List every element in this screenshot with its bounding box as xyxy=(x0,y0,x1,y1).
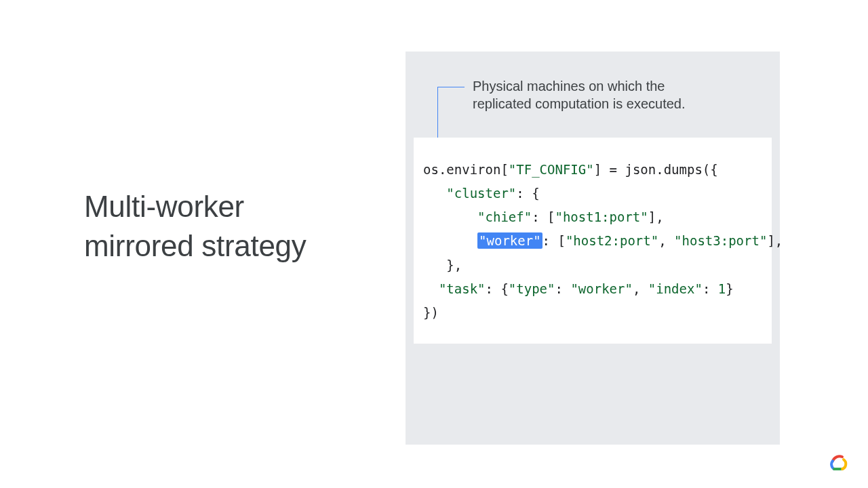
code-string: "TF_CONFIG" xyxy=(509,162,594,177)
code-string: "host3:port" xyxy=(674,233,767,248)
code-text: : xyxy=(555,281,571,296)
slide-title: Multi-worker mirrored strategy xyxy=(84,187,306,266)
code-text: os.environ[ xyxy=(423,162,509,177)
code-text: : [ xyxy=(532,209,555,224)
code-string: "index" xyxy=(648,281,703,296)
code-text: }) xyxy=(423,305,439,320)
code-string: "chief" xyxy=(477,209,532,224)
code-text: : [ xyxy=(542,233,566,248)
title-line-1: Multi-worker xyxy=(84,187,306,226)
code-string: "cluster" xyxy=(446,186,516,201)
code-text: }, xyxy=(423,258,462,272)
code-string: "worker" xyxy=(570,281,633,296)
code-string: "host1:port" xyxy=(555,209,648,224)
code-text: ] = json.dumps({ xyxy=(594,162,718,177)
code-text xyxy=(423,281,439,296)
code-text: } xyxy=(726,281,733,296)
code-text: ], xyxy=(648,209,664,224)
annotation-text: Physical machines on which the replicate… xyxy=(473,77,717,113)
code-text xyxy=(423,233,477,248)
code-text xyxy=(423,186,446,201)
code-text: : { xyxy=(516,186,539,201)
code-highlight-worker: "worker" xyxy=(477,232,542,249)
code-string: "task" xyxy=(439,281,486,296)
title-line-2: mirrored strategy xyxy=(84,226,306,266)
code-string: "host2:port" xyxy=(566,233,658,248)
code-text: , xyxy=(633,281,648,296)
code-text: : xyxy=(703,281,718,296)
code-block: os.environ["TF_CONFIG"] = json.dumps({ "… xyxy=(414,138,772,344)
code-text: , xyxy=(658,233,674,248)
code-text: ], xyxy=(767,233,783,248)
code-number: 1 xyxy=(718,281,726,296)
code-text: : { xyxy=(486,281,509,296)
code-text xyxy=(423,209,477,224)
google-cloud-logo-icon xyxy=(827,451,849,473)
code-string: "type" xyxy=(509,281,555,296)
